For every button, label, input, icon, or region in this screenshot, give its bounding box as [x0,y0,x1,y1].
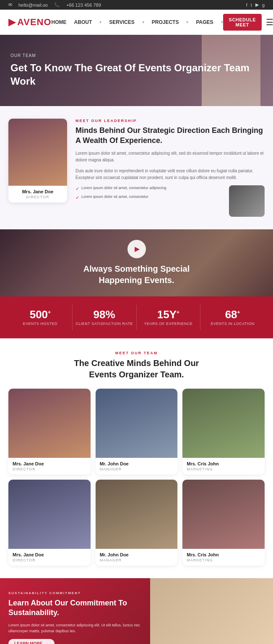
stat-experience: 15Y+ Years of Experience [137,305,201,330]
top-email: hello@mail.oo [18,3,48,8]
sustainability-title: Learn About Our Commitment To Sustainabi… [8,598,142,618]
stat-label-2: Client Satisfaction Rate [75,322,134,326]
checkmark-icon-2: ✓ [75,195,79,201]
arrow-right-icon: → [44,641,49,644]
leadership-content: MEET OUR LEADERSHIP Minds Behind Our Str… [75,119,265,217]
team-tag: MEET OUR TEAM [8,351,265,355]
top-phone: +66 123 456 789 [66,3,101,8]
sustainability-tag: SUSTAINABILITY COMMITMENT [8,591,142,595]
video-bg [0,229,273,296]
team-member-name-3: Mrs. Jane Doe [13,552,86,557]
leadership-secondary-image [229,185,265,217]
video-title: Always Something Special Happening Event… [83,263,190,286]
play-icon: ▶ [135,245,140,253]
team-card-img-0 [8,389,91,458]
person-card-image [8,119,67,186]
learn-more-button[interactable]: LEARN MORE → [8,639,55,644]
team-card-img-2 [182,389,265,458]
schedule-button[interactable]: SCHEDULE MEET [223,14,262,31]
leadership-tag: MEET OUR LEADERSHIP [75,119,265,123]
team-card-img-3 [8,480,91,549]
email-icon: ✉ [8,2,12,8]
video-section: ▶ Always Something Special Happening Eve… [0,229,273,296]
leadership-title: Minds Behind Our Strategic Direction Eac… [75,125,265,146]
team-card-0: Mrs. Jane Doe DIRECTOR [8,389,91,475]
team-title: The Creative Minds Behind OurEvents Orga… [8,358,265,380]
team-member-name-4: Mr. John Doe [100,552,174,557]
hero-tag: OUR TEAM [10,53,263,58]
play-button[interactable]: ▶ [127,240,146,258]
nav-pages[interactable]: PAGES [196,19,213,25]
team-member-name-1: Mr. John Doe [100,461,174,466]
hero-section: OUR TEAM Get To Know The Great Of Events… [0,35,273,106]
person-card-info: Mrs. Jane Doe DIRECTOR [8,186,67,203]
team-card-5: Mrs. Cris John MARKETING [182,480,265,566]
top-social: f t ▶ g [246,2,265,8]
leadership-section: Mrs. Jane Doe DIRECTOR MEET OUR LEADERSH… [0,106,273,229]
top-bar: ✉ hello@mail.oo 📞 +66 123 456 789 f t ▶ … [0,0,273,10]
social-yt-icon[interactable]: ▶ [255,2,259,8]
hamburger-icon[interactable]: ☰ [266,17,273,27]
stat-number-3: 15Y+ [139,309,198,320]
person-card-role: DIRECTOR [13,195,63,199]
leadership-body2: Duis aute irure dolor in reprehenderit i… [75,168,265,181]
team-card-info-3: Mrs. Jane Doe DIRECTOR [8,549,91,566]
team-card-3: Mrs. Jane Doe DIRECTOR [8,480,91,566]
team-member-name-2: Mrs. Cris John [187,461,260,466]
team-card-2: Mrs. Cris John MARKETING [182,389,265,475]
logo[interactable]: ▶ AVENO [8,17,52,28]
stat-label-4: Events in Location [203,322,263,326]
sustainability-body: Lorem ipsum dolor sit amet, consectetur … [8,622,142,634]
stat-label-1: Events Hosted [10,322,70,326]
top-bar-contact: ✉ hello@mail.oo 📞 +66 123 456 789 [8,2,101,8]
team-member-role-0: DIRECTOR [13,467,86,471]
stat-number-2: 98% [75,309,134,320]
team-card-1: Mr. John Doe MANAGER [96,389,178,475]
social-g-icon[interactable]: g [262,3,265,8]
check-item-2: ✓ Lorem ipsum dolor sit amet, consectetu… [75,194,224,201]
check-item-1: ✓ Lorem ipsum dolor sit amet, consectetu… [75,185,224,192]
stat-number-1: 500+ [10,309,70,320]
stats-section: 500+ Events Hosted 98% Client Satisfacti… [0,296,273,338]
nav-links: HOME ABOUT ▾ SERVICES ▾ PROJECTS ▾ PAGES… [52,19,223,25]
team-header: MEET OUR TEAM The Creative Minds Behind … [8,351,265,380]
leadership-body1: Lorem ipsum dolor sit amet, consectetur … [75,150,265,164]
social-tw-icon[interactable]: t [251,3,252,8]
team-card-info-5: Mrs. Cris John MARKETING [182,549,265,566]
team-member-role-3: DIRECTOR [13,558,86,562]
stat-label-3: Years of Experience [139,322,198,326]
team-member-name-5: Mrs. Cris John [187,552,260,557]
team-member-role-2: MARKETING [187,467,260,471]
sustainability-content: SUSTAINABILITY COMMITMENT Learn About Ou… [0,578,150,644]
social-fb-icon[interactable]: f [246,3,247,8]
stat-satisfaction: 98% Client Satisfaction Rate [73,305,137,330]
nav-services[interactable]: SERVICES [109,19,134,25]
nav-home[interactable]: HOME [52,19,67,25]
logo-arrow: ▶ [8,17,16,28]
leadership-person-card: Mrs. Jane Doe DIRECTOR [8,119,67,203]
navbar: ▶ AVENO HOME ABOUT ▾ SERVICES ▾ PROJECTS… [0,10,273,35]
stat-locations: 68+ Events in Location [200,305,265,330]
team-member-role-5: MARKETING [187,558,260,562]
nav-about[interactable]: ABOUT [74,19,92,25]
team-grid: Mrs. Jane Doe DIRECTOR Mr. John Doe MANA… [8,389,265,566]
team-member-role-1: MANAGER [100,467,174,471]
team-member-name-0: Mrs. Jane Doe [13,461,86,466]
team-card-info-0: Mrs. Jane Doe DIRECTOR [8,458,91,475]
team-card-info-1: Mr. John Doe MANAGER [96,458,178,475]
team-member-role-4: MANAGER [100,558,174,562]
team-card-img-1 [96,389,178,458]
team-card-img-5 [182,480,265,549]
logo-text: AVENO [17,17,52,28]
team-section: MEET OUR TEAM The Creative Minds Behind … [0,338,273,578]
sustainability-image [150,578,273,644]
leadership-checks: ✓ Lorem ipsum dolor sit amet, consectetu… [75,185,224,203]
checkmark-icon-1: ✓ [75,186,79,192]
sustainability-section: SUSTAINABILITY COMMITMENT Learn About Ou… [0,578,273,644]
team-card-info-4: Mr. John Doe MANAGER [96,549,178,566]
phone-icon: 📞 [54,2,60,8]
stat-number-4: 68+ [203,309,263,320]
hero-title: Get To Know The Great Of Events Organize… [10,61,263,87]
nav-projects[interactable]: PROJECTS [152,19,179,25]
team-card-info-2: Mrs. Cris John MARKETING [182,458,265,475]
